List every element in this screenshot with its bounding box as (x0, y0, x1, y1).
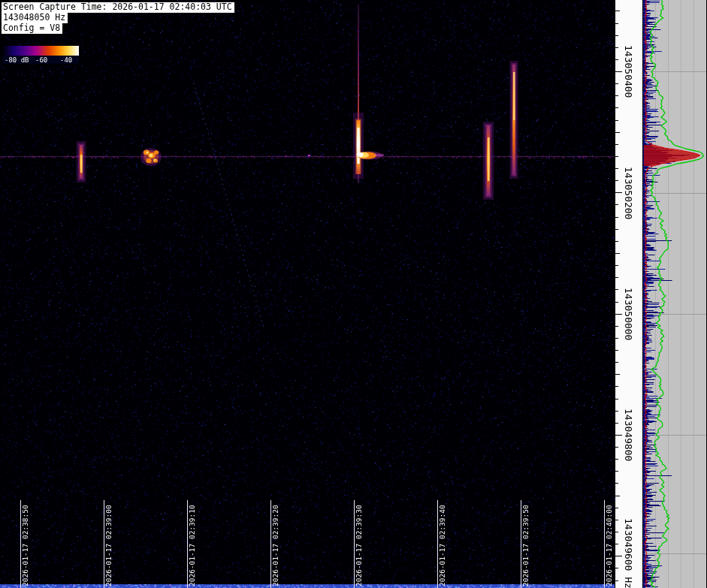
freq-tick (615, 350, 618, 351)
freq-tick (615, 326, 618, 327)
freq-tick (615, 217, 618, 218)
freq-tick (615, 192, 622, 193)
freq-tick (615, 459, 618, 460)
freq-tick (615, 568, 618, 568)
freq-tick (615, 47, 618, 48)
freq-tick (615, 23, 618, 24)
freq-tick (615, 496, 620, 496)
time-label: 2026-01-17 02:39:50 (521, 505, 530, 586)
freq-tick (615, 289, 618, 290)
freq-tick (615, 11, 620, 11)
time-axis: 2026-01-17 02:38:502026-01-17 02:39:0020… (0, 0, 615, 588)
time-label: 2026-01-17 02:38:50 (21, 505, 29, 586)
freq-tick (615, 277, 618, 278)
freq-tick (615, 229, 618, 230)
freq-tick (615, 156, 618, 157)
freq-tick (615, 71, 622, 72)
freq-tick (615, 120, 618, 121)
freq-tick (615, 95, 618, 96)
freq-tick (615, 132, 620, 133)
capture-info-box: Screen Capture Time: 2026-01-17 02:40:03… (2, 2, 234, 34)
freq-tick (615, 253, 620, 254)
freq-label: 143050000 (624, 288, 633, 340)
time-label: 2026-01-17 02:39:30 (355, 505, 363, 586)
freq-tick (615, 532, 618, 532)
color-scale-labels: -80 dB-60-40 (3, 56, 79, 64)
freq-tick (615, 508, 618, 508)
freq-tick (615, 556, 622, 556)
freq-tick (615, 423, 618, 424)
freq-tick (615, 374, 620, 375)
freq-tick (615, 107, 618, 108)
freq-tick (615, 411, 618, 412)
colorbar-label: -80 dB (5, 56, 29, 64)
freq-tick (615, 483, 618, 484)
time-label: 2026-01-17 02:39:10 (188, 505, 196, 586)
freq-tick (615, 520, 618, 520)
freq-tick (615, 435, 622, 436)
freq-tick (615, 180, 618, 181)
config-text: Config = V8 (2, 23, 62, 34)
freq-tick (615, 386, 618, 387)
freq-tick (615, 471, 618, 472)
freq-tick (615, 580, 618, 581)
freq-tick (615, 447, 618, 448)
freq-tick (615, 302, 618, 303)
db-color-scale: -80 dB-60-40 (3, 46, 79, 64)
time-label: 2026-01-17 02:39:40 (438, 505, 446, 586)
freq-tick (615, 265, 618, 266)
freq-tick (615, 83, 618, 84)
freq-tick (615, 204, 618, 205)
time-label: 2026-01-17 02:40:00 (605, 505, 613, 586)
colorbar-label: -60 (35, 56, 47, 64)
colorbar-label: -40 (60, 56, 72, 64)
freq-tick (615, 59, 618, 60)
live-spectrum-graph (642, 0, 707, 588)
time-label: 2026-01-17 02:39:00 (104, 505, 113, 586)
freq-label: 143049800 (624, 409, 633, 461)
freq-tick (615, 168, 618, 169)
freq-tick (615, 399, 618, 400)
freq-tick (615, 241, 618, 242)
tuned-frequency-text: 143048050 Hz (2, 13, 68, 23)
freq-tick (615, 362, 618, 363)
spectrogram-capture-window: 2026-01-17 02:38:502026-01-17 02:39:0020… (0, 0, 707, 588)
freq-tick (615, 144, 618, 145)
freq-label: 143050400 (624, 45, 633, 98)
freq-tick (615, 314, 622, 315)
color-scale-gradient (3, 46, 79, 56)
freq-tick (615, 338, 618, 339)
screen-capture-time-text: Screen Capture Time: 2026-01-17 02:40:03… (2, 2, 234, 13)
freq-label: 143049600 Hz (624, 518, 633, 588)
freq-tick (615, 544, 618, 544)
freq-tick (615, 35, 618, 36)
frequency-axis: 1430504001430502001430500001430498001430… (615, 0, 642, 588)
freq-label: 143050200 (624, 167, 633, 219)
time-label: 2026-01-17 02:39:20 (271, 505, 279, 586)
